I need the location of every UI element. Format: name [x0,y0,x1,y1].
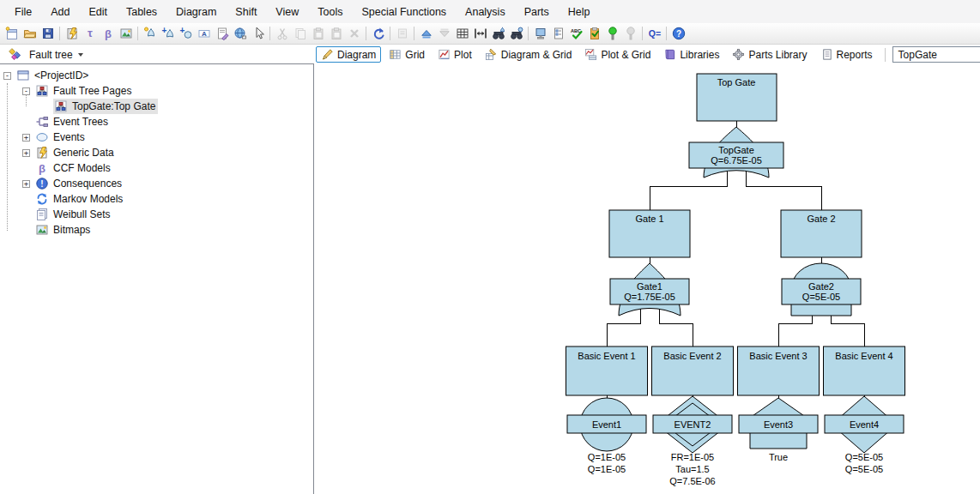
tab-diagram[interactable]: Diagram [316,46,381,63]
svg-text:+: + [179,27,185,35]
consequence-icon: ! [35,177,49,190]
tree-item-projectid[interactable]: -<ProjectID> [0,68,313,83]
pointer-button[interactable] [249,24,267,43]
move-down-button[interactable] [435,24,453,43]
expand-toggle[interactable]: + [22,149,30,157]
paste-button[interactable] [309,24,327,43]
beta-button[interactable]: β [99,24,117,43]
hyperlink-button[interactable] [231,24,249,43]
move-up-button[interactable] [417,24,435,43]
tau-button[interactable]: τ [81,24,99,43]
add-gate-button[interactable]: + [159,24,177,43]
svg-text:β: β [39,162,45,175]
cut-button[interactable] [273,24,291,43]
help-button[interactable]: ? [669,24,687,43]
bitmap-icon [119,27,133,40]
tree-item-ccf-models[interactable]: βCCF Models [0,160,313,176]
undo-button[interactable] [369,24,387,43]
expand-toggle[interactable]: + [22,134,30,142]
event-result-text: True [769,452,788,462]
generic-data-editor-button[interactable] [63,24,81,43]
toolbar-separator [137,27,138,40]
tree-item-fault-tree-pages[interactable]: -Fault Tree Pages [0,83,313,99]
find-gate-button[interactable] [489,24,507,43]
diagram-canvas[interactable]: Top GateTopGateQ=6.75E-05Gate 1Gate1Q=1.… [314,64,980,494]
tab-parts-library[interactable]: Parts Library [727,46,812,63]
tree-item-generic-data[interactable]: +Generic Data [0,145,313,160]
spell-check-button[interactable]: ABC [567,24,585,43]
tree-item-consequences[interactable]: +!Consequences [0,176,313,191]
analysis-options-button[interactable] [531,24,549,43]
tree-item-label: Events [53,131,85,143]
toolbar-separator [666,27,667,40]
add-text-button[interactable]: A [195,24,213,43]
open-project-button[interactable] [21,24,39,43]
page-label-basic-event-4: Basic Event 4 [835,351,892,361]
tree-item-body: Events [34,130,88,145]
menu-tools[interactable]: Tools [308,2,352,22]
menu-analysis[interactable]: Analysis [456,2,515,22]
bitmap-button[interactable] [117,24,135,43]
menu-special-functions[interactable]: Special Functions [352,2,456,22]
tab-diagram-grid[interactable]: Diagram & Grid [480,46,578,63]
menu-parts[interactable]: Parts [515,2,559,22]
transfer-page-button[interactable] [213,24,231,43]
delete-button[interactable] [345,24,363,43]
menu-tables[interactable]: Tables [117,2,166,22]
expand-toggle[interactable]: + [22,180,30,188]
find-event-button[interactable] [507,24,525,43]
generic-data-editor-icon [65,27,79,40]
menu-add[interactable]: Add [41,2,79,22]
verification-button[interactable] [585,24,603,43]
fault-tree-diagram[interactable]: Top GateTopGateQ=6.75E-05Gate 1Gate1Q=1.… [314,64,980,494]
copy-button[interactable] [291,24,309,43]
tree-item-event-trees[interactable]: Event Trees [0,114,313,130]
svg-text:ABC: ABC [570,28,580,33]
collapse-toggle[interactable]: - [3,72,11,80]
menu-diagram[interactable]: Diagram [166,2,226,22]
page-label-basic-event-1: Basic Event 1 [578,351,635,361]
status-green-icon [606,27,620,40]
tab-plot-grid[interactable]: Plot & Grid [579,46,656,63]
bitmap-icon [35,223,49,237]
menu-view[interactable]: View [266,2,308,22]
status-green-button[interactable] [603,24,621,43]
collapse-toggle[interactable]: - [22,87,30,95]
ft-page-icon [35,84,49,98]
tab-plot[interactable]: Plot [433,46,477,63]
event-tree-icon [35,115,49,129]
tau-icon: τ [83,27,97,40]
save-icon [41,27,55,40]
tab-grid[interactable]: Grid [384,46,430,63]
save-button[interactable] [39,24,57,43]
calculate-q-button[interactable]: Q= [645,24,663,43]
paste-special-button[interactable] [327,24,345,43]
add-event-button[interactable]: + [177,24,195,43]
menu-shift[interactable]: Shift [226,2,266,22]
tree-item-weibull-sets[interactable]: Weibull Sets [0,207,313,222]
tree-item-markov-models[interactable]: Markov Models [0,191,313,207]
report-options-button[interactable] [549,24,567,43]
grid-button[interactable] [453,24,471,43]
toolbar-separator [366,27,366,40]
fault-tree-mode-button[interactable]: Fault tree [0,45,90,64]
tree-item-events[interactable]: +Events [0,130,313,145]
tree-item-bitmaps[interactable]: Bitmaps [0,222,313,238]
tab-separator [885,48,886,62]
event-result-text: Q=1E-05 [588,464,626,474]
tree-item-topgate-top-gate[interactable]: TopGate:Top Gate [0,99,313,114]
status-gray-button[interactable] [621,24,639,43]
paste-special-icon [330,27,343,40]
properties-button[interactable] [393,24,411,43]
add-gate-special-button[interactable] [141,24,159,43]
menu-file[interactable]: File [5,2,41,22]
page-selector[interactable]: TopGate [892,46,980,63]
toolbar-separator [528,27,529,40]
menu-help[interactable]: Help [559,2,600,22]
menu-edit[interactable]: Edit [79,2,117,22]
tab-reports[interactable]: Reports [815,46,878,63]
fit-width-button[interactable] [471,24,489,43]
new-document-button[interactable] [3,24,21,43]
tab-libraries[interactable]: Libraries [658,46,724,63]
move-down-icon [438,27,451,40]
